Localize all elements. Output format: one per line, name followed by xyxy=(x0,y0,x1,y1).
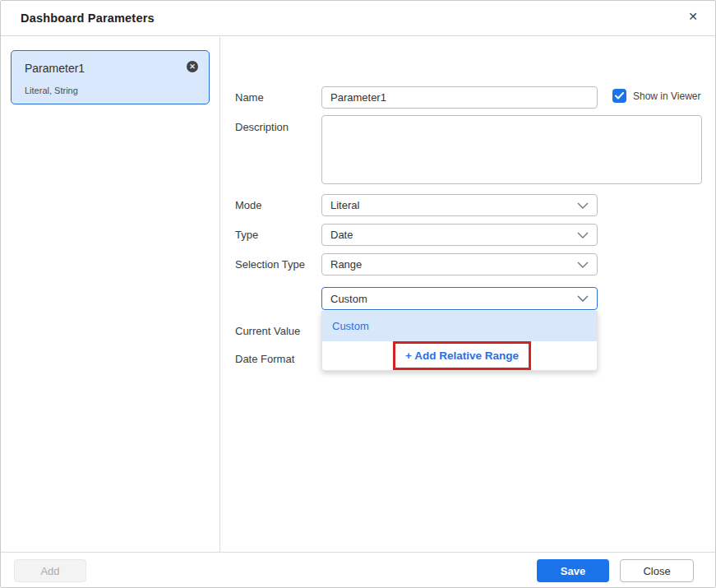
date-format-label: Date Format xyxy=(235,353,294,365)
type-label: Type xyxy=(235,229,258,241)
current-value-label: Current Value xyxy=(235,325,300,337)
chevron-down-icon xyxy=(577,202,589,209)
range-dropdown-popup: Custom + Add Relative Range xyxy=(321,311,598,371)
show-in-viewer-label: Show in Viewer xyxy=(633,90,701,102)
selection-type-label: Selection Type xyxy=(235,258,305,271)
dialog-footer: Add Save Close xyxy=(1,552,715,587)
parameter-card-subtitle: Literal, String xyxy=(25,86,78,95)
close-icon[interactable]: ✕ xyxy=(686,9,700,24)
range-value-select-value: Custom xyxy=(330,293,577,305)
description-label: Description xyxy=(235,121,289,133)
add-relative-range-button[interactable]: + Add Relative Range xyxy=(405,350,519,362)
parameter-card[interactable]: Parameter1 Literal, String ✕ xyxy=(11,50,210,104)
dialog-title: Dashboard Parameters xyxy=(21,12,155,25)
chevron-down-icon xyxy=(577,262,589,268)
dialog-body: Parameter1 Literal, String ✕ Name Show i… xyxy=(1,37,715,552)
dropdown-item-custom[interactable]: Custom xyxy=(322,311,597,341)
close-button[interactable]: Close xyxy=(620,559,694,582)
chevron-down-icon xyxy=(577,232,589,238)
dropdown-action-row: + Add Relative Range xyxy=(322,341,597,370)
annotation-highlight-box: + Add Relative Range xyxy=(393,341,531,370)
range-value-select[interactable]: Custom xyxy=(321,287,598,310)
dialog-header: Dashboard Parameters ✕ xyxy=(1,1,715,36)
mode-label: Mode xyxy=(235,199,262,211)
selection-type-select[interactable]: Range xyxy=(321,253,598,275)
parameter-card-title: Parameter1 xyxy=(25,62,85,75)
selection-type-select-value: Range xyxy=(330,258,577,271)
name-label: Name xyxy=(235,91,264,104)
save-button[interactable]: Save xyxy=(537,559,609,582)
mode-select[interactable]: Literal xyxy=(321,194,598,216)
mode-select-value: Literal xyxy=(330,199,577,211)
type-select[interactable]: Date xyxy=(321,224,598,246)
remove-parameter-icon[interactable]: ✕ xyxy=(187,61,198,72)
chevron-down-icon xyxy=(577,295,589,302)
name-input[interactable] xyxy=(321,86,598,109)
dashboard-parameters-dialog: Dashboard Parameters ✕ Parameter1 Litera… xyxy=(0,0,716,588)
parameter-list-panel: Parameter1 Literal, String ✕ xyxy=(1,37,220,552)
add-button[interactable]: Add xyxy=(14,559,86,582)
checkbox-check-icon xyxy=(612,89,626,103)
description-textarea[interactable] xyxy=(321,115,702,184)
type-select-value: Date xyxy=(330,229,577,241)
show-in-viewer-checkbox[interactable]: Show in Viewer xyxy=(612,89,701,103)
